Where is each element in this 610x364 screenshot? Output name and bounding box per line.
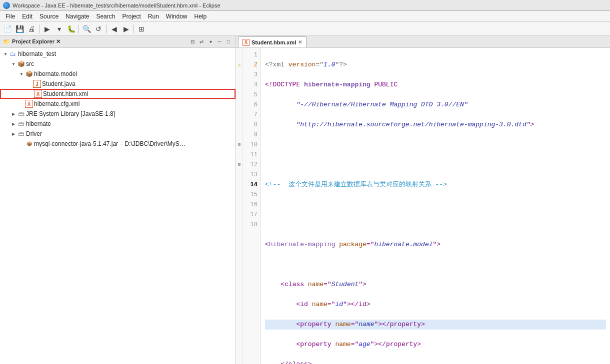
code-area[interactable]: ⚠ ⊟ ⊟ 1 2 3 [236, 48, 610, 364]
code-line-2: <!DOCTYPE hibernate-mapping PUBLIC [265, 80, 606, 90]
gutter-4 [236, 80, 242, 90]
gutter-1 [236, 50, 242, 60]
gutter-15 [236, 190, 242, 200]
gutter-8 [236, 120, 242, 130]
linenum-11: 11 [246, 150, 258, 160]
code-line-4: "http://hibernate.sourceforge.net/hibern… [265, 120, 606, 130]
code-line-12: <class name="Student"> [265, 280, 606, 290]
search-button[interactable]: 🔍 [81, 23, 92, 34]
linenum-1: 1 [246, 50, 258, 60]
tab-close-button[interactable]: ✕ [298, 39, 302, 45]
tree-item-hibernate-lib[interactable]: ▶ 🗃 hibernate [0, 119, 236, 129]
arrow-hibernate-test: ▼ [2, 50, 9, 57]
tree-item-hibernate-cfg[interactable]: X hibernate.cfg.xml [0, 99, 236, 109]
tree-label-src: src [26, 60, 34, 67]
linenum-14: 14 [246, 180, 258, 190]
code-line-15: <property name="age"></property> [265, 340, 606, 350]
link-editor-button[interactable]: ⇌ [198, 38, 206, 46]
linenum-2: 2 [246, 60, 258, 70]
code-line-9 [265, 220, 606, 230]
minimize-button[interactable]: ─ [216, 38, 224, 46]
gutter-6 [236, 100, 242, 110]
tab-student-hbm-xml[interactable]: X Student.hbm.xml ✕ [238, 36, 306, 47]
jre-icon: 🗃 [17, 110, 25, 118]
linenum-8: 8 [246, 120, 258, 130]
prev-edit-button[interactable]: ◀ [108, 23, 120, 34]
toolbar-sep-3 [106, 24, 106, 33]
linenum-12: 12 [246, 160, 258, 170]
menu-search[interactable]: Search [92, 12, 118, 21]
code-line-3: "-//Hibernate/Hibernate Mapping DTD 3.0/… [265, 100, 606, 110]
gutter-7 [236, 110, 242, 120]
gutter-5 [236, 90, 242, 100]
debug-button[interactable]: 🐛 [66, 23, 76, 34]
gutter-3 [236, 70, 242, 80]
arrow-driver: ▶ [10, 130, 17, 137]
tree-label-driver: Driver [26, 130, 42, 137]
tree-item-driver[interactable]: ▶ 🗃 Driver [0, 129, 236, 139]
cfg-xml-icon: X [25, 100, 33, 108]
save-button[interactable]: 💾 [14, 23, 25, 34]
code-line-16: </class> [265, 360, 606, 364]
project-explorer-header: 📁 Project Explorer ✕ ⊟ ⇌ ▾ ─ □ [0, 36, 236, 48]
arrow-cfg [18, 100, 25, 107]
menu-navigate[interactable]: Navigate [62, 12, 92, 21]
toolbar-sep-4 [134, 24, 134, 33]
toolbar: 📄 💾 🖨 ▶ ▾ 🐛 🔍 ↺ ◀ ▶ ⊞ [0, 22, 610, 36]
menu-bar: File Edit Source Navigate Search Project… [0, 11, 610, 22]
project-tree: ▼ 🗂 hibernate_test ▼ 📦 src ▼ 📦 hibernate… [0, 48, 236, 364]
package-icon: 📦 [25, 70, 33, 78]
jar-icon: 📦 [25, 140, 33, 148]
linenum-13: 13 [246, 170, 258, 180]
gutter-11 [236, 150, 242, 160]
toolbar-sep-2 [78, 24, 79, 33]
code-line-13: <id name="id"></id> [265, 300, 606, 310]
tab-label: Student.hbm.xml [252, 39, 296, 45]
tree-item-hibernate-test[interactable]: ▼ 🗂 hibernate_test [0, 49, 236, 59]
tree-label-hibernate: hibernate [26, 120, 51, 127]
menu-file[interactable]: File [2, 12, 18, 21]
tree-item-student-hbm-xml[interactable]: X Student.hbm.xml [0, 89, 236, 99]
gutter-2: ⚠ [236, 60, 242, 70]
menu-edit[interactable]: Edit [18, 12, 36, 21]
tab-icon: X [242, 39, 250, 46]
eclipse-icon [3, 2, 10, 9]
menu-run[interactable]: Run [144, 12, 162, 21]
new-button[interactable]: 📄 [2, 23, 13, 34]
menu-window[interactable]: Window [162, 12, 191, 21]
tree-label-cfg: hibernate.cfg.xml [34, 100, 80, 107]
tree-item-hibernate-model[interactable]: ▼ 📦 hibernate.model [0, 69, 236, 79]
run-last-button[interactable]: ▶ [42, 23, 52, 34]
menu-help[interactable]: Help [191, 12, 210, 21]
linenum-15: 15 [246, 190, 258, 200]
tree-label-model: hibernate.model [34, 70, 77, 77]
code-line-6 [265, 160, 606, 170]
perspective-button[interactable]: ⊞ [136, 23, 147, 34]
code-content[interactable]: <?xml version="1.0"?> <!DOCTYPE hibernat… [261, 48, 610, 364]
next-edit-button[interactable]: ▶ [120, 23, 132, 34]
panel-menu-button[interactable]: ▾ [206, 38, 214, 46]
linenum-4: 4 [246, 80, 258, 90]
refresh-button[interactable]: ↺ [93, 23, 104, 34]
project-icon: 🗂 [9, 50, 17, 58]
arrow-mysql [18, 140, 25, 147]
tree-item-jre[interactable]: ▶ 🗃 JRE System Library [JavaSE-1.8] [0, 109, 236, 119]
linenum-9: 9 [246, 130, 258, 140]
tree-item-src[interactable]: ▼ 📦 src [0, 59, 236, 69]
line-numbers: 1 2 3 4 5 6 7 8 9 10 11 12 13 14 15 16 1… [243, 48, 261, 364]
tree-label-student-xml: Student.hbm.xml [43, 90, 88, 97]
toolbar-sep-1 [39, 24, 40, 33]
print-button[interactable]: 🖨 [26, 23, 37, 34]
linenum-7: 7 [246, 110, 258, 120]
linenum-6: 6 [246, 100, 258, 110]
tree-item-student-java[interactable]: J Student.java [0, 79, 236, 89]
run-dropdown[interactable]: ▾ [54, 23, 64, 34]
menu-project[interactable]: Project [118, 12, 144, 21]
collapse-all-button[interactable]: ⊟ [188, 38, 196, 46]
maximize-button[interactable]: □ [224, 38, 232, 46]
code-line-1: <?xml version="1.0"?> [265, 60, 606, 70]
java-icon: J [33, 80, 41, 88]
menu-source[interactable]: Source [36, 12, 62, 21]
panel-title-text: Project Explorer ✕ [12, 38, 60, 45]
tree-item-mysql-jar[interactable]: 📦 mysql-connector-java-5.1.47.jar – D:\J… [0, 139, 236, 149]
